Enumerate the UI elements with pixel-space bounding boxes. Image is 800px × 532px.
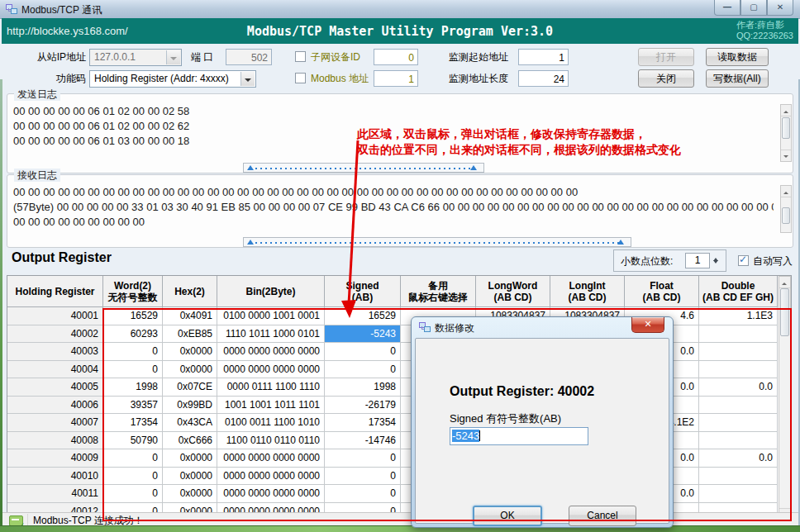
send-log-scrollbar[interactable] xyxy=(780,104,792,162)
register-cell[interactable]: 0x4091 xyxy=(163,307,217,325)
register-cell[interactable] xyxy=(699,432,778,450)
register-cell[interactable]: 17354 xyxy=(325,414,401,432)
scroll-up-icon[interactable] xyxy=(781,105,791,116)
column-header[interactable]: Holding Register xyxy=(7,276,103,307)
column-header[interactable]: Float(AB CD) xyxy=(625,276,699,307)
register-cell[interactable]: 0 xyxy=(325,485,401,503)
register-cell[interactable] xyxy=(699,397,778,415)
register-cell[interactable]: 1110 1011 1000 0101 xyxy=(217,325,325,344)
scroll-up-icon[interactable] xyxy=(779,277,790,288)
register-cell[interactable]: 0 xyxy=(325,468,401,486)
register-row-header[interactable]: 40005 xyxy=(7,378,103,397)
register-cell[interactable]: 0 xyxy=(103,343,163,361)
register-cell[interactable]: 1001 1001 1011 1101 xyxy=(217,397,325,415)
read-data-button[interactable]: 读取数据 xyxy=(706,48,769,66)
port-field[interactable]: 502 xyxy=(226,49,272,65)
register-cell[interactable]: 39357 xyxy=(103,397,163,415)
register-row-header[interactable]: 40004 xyxy=(7,361,103,379)
send-log-slider[interactable] xyxy=(243,163,484,173)
register-cell[interactable]: 1998 xyxy=(325,378,401,397)
write-data-button[interactable]: 写数据(All) xyxy=(706,69,769,88)
column-header[interactable]: Bin(2Byte) xyxy=(217,276,325,307)
monitor-length-field[interactable]: 24 xyxy=(518,70,569,87)
column-header[interactable]: Signed(AB) xyxy=(325,276,401,307)
register-cell[interactable]: 1.1E3 xyxy=(699,307,778,325)
register-cell[interactable]: 0000 0000 0000 0000 xyxy=(217,449,325,468)
register-cell[interactable]: 16529 xyxy=(103,307,163,325)
modbus-address-field[interactable]: 1 xyxy=(374,70,418,87)
register-row-header[interactable]: 40008 xyxy=(7,432,103,450)
register-cell[interactable]: 0x07CE xyxy=(163,378,217,397)
register-cell[interactable]: 0x0000 xyxy=(163,468,217,486)
register-cell[interactable]: 0x0000 xyxy=(163,361,217,379)
column-header[interactable]: Double(AB CD EF GH) xyxy=(699,276,778,307)
register-cell[interactable]: 0x43CA xyxy=(163,414,217,432)
register-cell[interactable]: 0000 0000 0000 0000 xyxy=(217,361,325,379)
slider-thumb-left[interactable] xyxy=(247,240,254,245)
maximize-button[interactable]: ▢ xyxy=(740,0,767,16)
register-cell[interactable]: 0000 0000 0000 0000 xyxy=(217,485,325,503)
column-header[interactable]: Hex(2) xyxy=(163,276,217,307)
register-cell[interactable]: 0 xyxy=(103,449,163,468)
register-cell[interactable] xyxy=(699,468,778,486)
spinner-arrows-icon[interactable] xyxy=(711,253,721,268)
recv-log-text[interactable]: 00 00 00 00 00 00 00 00 00 00 00 00 00 0… xyxy=(13,185,774,233)
register-row-header[interactable]: 40002 xyxy=(7,325,103,344)
close-connection-button[interactable]: 关闭 xyxy=(638,69,694,88)
scrollbar-thumb[interactable] xyxy=(780,288,789,336)
open-button[interactable]: 打开 xyxy=(638,48,694,66)
cancel-button[interactable]: Cancel xyxy=(569,506,636,526)
register-cell[interactable] xyxy=(699,361,778,379)
chevron-down-icon[interactable] xyxy=(166,50,180,64)
function-code-combo[interactable]: Holding Register (Addr: 4xxxx) xyxy=(89,70,256,88)
column-header[interactable]: LongInt(AB CD) xyxy=(550,276,625,307)
table-scrollbar[interactable] xyxy=(779,276,791,520)
register-cell[interactable] xyxy=(699,325,778,344)
register-cell[interactable]: 0x0000 xyxy=(163,485,217,503)
recv-log-slider[interactable] xyxy=(243,237,631,247)
register-cell[interactable]: 0 xyxy=(103,468,163,486)
slider-thumb-right[interactable] xyxy=(617,240,624,245)
register-cell[interactable]: 0 xyxy=(325,343,401,361)
column-header[interactable]: Word(2)无符号整数 xyxy=(103,276,163,307)
register-row-header[interactable]: 40007 xyxy=(7,414,103,432)
scroll-down-icon[interactable] xyxy=(781,150,791,161)
auto-write-checkbox[interactable] xyxy=(738,255,749,266)
register-row-header[interactable]: 40003 xyxy=(7,343,103,361)
register-cell[interactable]: 0.0 xyxy=(699,378,778,397)
ok-button[interactable]: OK xyxy=(473,506,542,526)
register-cell[interactable]: 0xC666 xyxy=(163,432,217,450)
decimal-places-value[interactable]: 1 xyxy=(685,253,710,268)
register-cell[interactable]: -26179 xyxy=(325,397,401,415)
register-cell[interactable]: -5243 xyxy=(325,325,401,344)
close-button[interactable]: ✕ xyxy=(767,0,793,16)
register-cell[interactable]: 0 xyxy=(325,361,401,379)
register-row-header[interactable]: 40001 xyxy=(7,307,103,325)
modbus-address-checkbox[interactable] xyxy=(295,73,306,83)
value-input[interactable]: -5243 xyxy=(450,427,588,445)
register-row-header[interactable]: 40011 xyxy=(7,485,103,503)
register-cell[interactable]: 0000 0000 0000 0000 xyxy=(217,343,325,361)
ip-combo[interactable]: 127.0.0.1 xyxy=(89,49,182,66)
slider-thumb-right[interactable] xyxy=(470,165,477,170)
recv-log-scrollbar[interactable] xyxy=(780,185,792,233)
register-cell[interactable]: 0x0000 xyxy=(163,449,217,468)
register-cell[interactable]: 60293 xyxy=(103,325,163,344)
register-cell[interactable]: 1100 0110 0110 0110 xyxy=(217,432,325,450)
monitor-start-field[interactable]: 1 xyxy=(518,49,569,65)
subnet-checkbox[interactable] xyxy=(295,51,306,62)
column-header[interactable]: 备用鼠标右键选择 xyxy=(401,276,476,307)
scroll-up-icon[interactable] xyxy=(781,186,791,197)
register-cell[interactable]: 16529 xyxy=(325,307,401,325)
register-row-header[interactable]: 40009 xyxy=(7,449,103,468)
slider-thumb-left[interactable] xyxy=(247,165,254,170)
register-cell[interactable]: 1998 xyxy=(103,378,163,397)
scrollbar-thumb[interactable] xyxy=(782,207,790,224)
register-cell[interactable]: 0 xyxy=(103,361,163,379)
subnet-id-field[interactable]: 0 xyxy=(374,49,418,65)
dialog-close-button[interactable]: ✕ xyxy=(631,317,664,333)
chevron-down-icon[interactable] xyxy=(240,72,255,86)
register-cell[interactable]: 0100 0000 1001 0001 xyxy=(217,307,325,325)
register-cell[interactable]: 0 xyxy=(103,485,163,503)
register-cell[interactable]: 0 xyxy=(325,449,401,468)
